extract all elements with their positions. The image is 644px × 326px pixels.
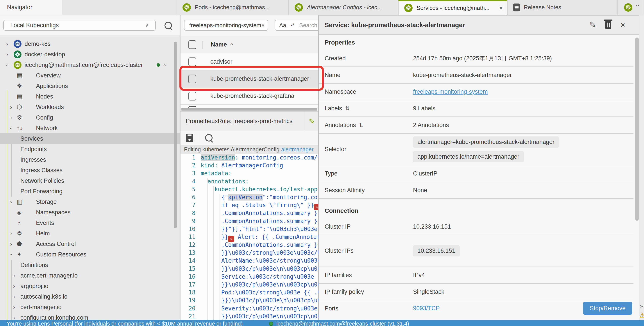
sidebar-item-acme-cert-manager-io[interactable]: ›acme.cert-manager.io bbox=[0, 270, 180, 281]
sidebar-item-applications[interactable]: ❖Applications bbox=[0, 81, 180, 91]
stop-remove-button[interactable]: Stop/Remove bbox=[583, 302, 632, 315]
sort-arrows-icon[interactable]: ⇅ bbox=[359, 122, 364, 128]
port-link[interactable]: 9093/TCP bbox=[413, 305, 440, 312]
sidebar-item-events[interactable]: ◔Events bbox=[0, 218, 180, 228]
sidebar-item-config[interactable]: ›⚙Config bbox=[0, 112, 180, 123]
tab-release[interactable]: Release Notes bbox=[507, 0, 618, 15]
sort-arrows-icon[interactable]: ⇅ bbox=[345, 105, 350, 112]
line-text: metadata: bbox=[201, 169, 232, 177]
chevron-right-icon[interactable]: › bbox=[6, 40, 8, 48]
panel-scrollbar[interactable] bbox=[635, 38, 639, 221]
sidebar-item-custom-resources[interactable]: ›✦Custom Resources bbox=[0, 249, 180, 260]
sidebar-item-workloads[interactable]: ›⬡Workloads bbox=[0, 102, 180, 112]
chevron-right-icon[interactable]: › bbox=[164, 62, 166, 68]
sidebar-item-network-policies[interactable]: Network Policies bbox=[0, 176, 180, 186]
code-line: 1apiVersion: monitoring.coreos.com/v1 bbox=[180, 154, 318, 162]
sidebar-item-services[interactable]: Services bbox=[0, 134, 180, 144]
sidebar-item-docker-desktop[interactable]: ›docker-desktop bbox=[0, 49, 180, 60]
chevron-right-icon[interactable]: › bbox=[13, 283, 15, 290]
sort-asc-icon[interactable]: ^ bbox=[230, 42, 233, 48]
warning-icon[interactable]: ⚠ bbox=[640, 311, 644, 319]
detail-value: None bbox=[413, 187, 634, 194]
yaml-editor[interactable]: 1apiVersion: monitoring.coreos.com/v12ki… bbox=[180, 154, 318, 320]
list-search-input[interactable]: Aa ▪* Search bbox=[275, 20, 321, 31]
match-case-icon[interactable]: Aa bbox=[279, 22, 286, 29]
chevron-right-icon[interactable]: › bbox=[13, 314, 15, 320]
cut-icon[interactable]: ✂ bbox=[640, 304, 644, 310]
network-icon: ↑↓ bbox=[17, 125, 23, 131]
delete-service-icon[interactable] bbox=[605, 21, 611, 29]
namespace-select[interactable]: freeleaps-monitoring-system ∨ bbox=[184, 20, 268, 31]
detail-label: Cluster IPs bbox=[325, 248, 413, 254]
horizontal-scrollbar[interactable] bbox=[181, 108, 317, 110]
sidebar-item-port-forwarding[interactable]: Port Forwarding bbox=[0, 186, 180, 196]
sidebar-item-network[interactable]: ›↑↓Network bbox=[0, 123, 180, 134]
sidebar-item-nodes[interactable]: ▤Nodes bbox=[0, 91, 180, 102]
chevron-right-icon[interactable]: › bbox=[13, 272, 15, 279]
tab-pods[interactable]: Pods - icecheng@mathmas... bbox=[176, 0, 289, 15]
chevron-right-icon[interactable]: › bbox=[6, 51, 8, 58]
namespace-link[interactable]: freeleaps-monitoring-system bbox=[413, 88, 634, 95]
sidebar-scrollbar[interactable] bbox=[174, 42, 177, 228]
column-header-name[interactable]: Name bbox=[211, 41, 227, 48]
prometheusrule-bar[interactable]: PrometheusRule: freepeals-prod-metrics ✎ bbox=[180, 112, 318, 131]
license-message: You're using Lens Personal (for individu… bbox=[6, 320, 242, 326]
row-checkbox[interactable] bbox=[188, 92, 196, 100]
regex-icon[interactable]: ▪* bbox=[291, 22, 295, 29]
sidebar-item-demo-k8s[interactable]: ›demo-k8s bbox=[0, 38, 180, 49]
edit-pencil-icon[interactable]: ✎ bbox=[309, 117, 315, 126]
sidebar-item-helm[interactable]: ›☸Helm bbox=[0, 228, 180, 239]
chevron-down-icon[interactable]: › bbox=[8, 254, 14, 256]
chevron-right-icon[interactable]: › bbox=[10, 230, 12, 237]
search-icon[interactable] bbox=[164, 22, 172, 29]
tab-clipped[interactable] bbox=[618, 0, 644, 15]
tab-services[interactable]: Services - icecheng@math...× bbox=[398, 0, 507, 15]
sidebar-item-storage[interactable]: ›▥Storage bbox=[0, 196, 180, 207]
sidebar-item-autoscaling-k8s-io[interactable]: ›autoscaling.k8s.io bbox=[0, 291, 180, 302]
line-text: .CommonAnnotations.summary }} bbox=[201, 217, 318, 225]
tab-alertmanager[interactable]: Alertmanager Configs - icec... bbox=[289, 0, 398, 15]
editing-banner-link[interactable]: alertmanager bbox=[281, 146, 314, 153]
kubernetes-icon bbox=[624, 3, 632, 12]
sidebar-item-argoproj-io[interactable]: ›argoproj.io bbox=[0, 281, 180, 291]
code-line: 13 }}\u003c/strong\u003e\u003c/h3 bbox=[180, 249, 318, 257]
chevron-down-icon[interactable]: › bbox=[4, 64, 10, 66]
line-text: }}\u003c/p\u003e\n\u003cp\u003 bbox=[201, 312, 318, 320]
line-number: 6 bbox=[180, 193, 201, 201]
sidebar-item-definitions[interactable]: Definitions bbox=[0, 260, 180, 270]
sidebar-item-ingresses[interactable]: Ingresses bbox=[0, 154, 180, 165]
select-all-checkbox[interactable] bbox=[188, 40, 196, 49]
line-number: 16 bbox=[180, 273, 201, 280]
row-checkbox[interactable] bbox=[188, 74, 196, 83]
sidebar-item-cert-manager-io[interactable]: ›cert-manager.io bbox=[0, 302, 180, 312]
tab-overflow-dots[interactable]: ‥ bbox=[636, 0, 640, 7]
sidebar-item-namespaces[interactable]: ◈Namespaces bbox=[0, 207, 180, 218]
detail-label: Cluster IP bbox=[325, 223, 413, 230]
row-checkbox[interactable] bbox=[188, 58, 196, 66]
chevron-right-icon[interactable]: › bbox=[13, 293, 15, 300]
table-row-kube-prometheus-stack-alertmanager[interactable]: kube-prometheus-stack-alertmanager bbox=[180, 70, 318, 88]
sidebar-item-configuration-konghq-com[interactable]: ›configuration.konghq.com bbox=[0, 312, 180, 320]
edit-service-icon[interactable]: ✎ bbox=[590, 20, 596, 30]
chevron-right-icon[interactable]: › bbox=[10, 241, 12, 248]
table-row-cadvisor[interactable]: cadvisor bbox=[180, 53, 318, 70]
sidebar-item-icecheng-mathmast-com-freeleaps-cluster[interactable]: ›icecheng@mathmast.com@freeleaps-cluster… bbox=[0, 60, 180, 70]
sidebar-item-overview[interactable]: ▦Overview bbox=[0, 70, 180, 81]
close-icon[interactable]: × bbox=[499, 4, 503, 12]
line-text: AlertName:\u003c/strong\u003e bbox=[201, 257, 318, 264]
detail-row-selector: Selectoralertmanager=kube-prometheus-sta… bbox=[319, 134, 634, 166]
sidebar-item-access-control[interactable]: ›⬟Access Control bbox=[0, 239, 180, 249]
chevron-down-icon[interactable]: › bbox=[8, 127, 14, 129]
chevron-right-icon[interactable]: › bbox=[13, 304, 15, 311]
cluster-status[interactable]: icecheng@mathmast.com@freeleaps-cluster … bbox=[269, 320, 409, 326]
table-row-kube-prometheus-stack-grafana[interactable]: kube-prometheus-stack-grafana bbox=[180, 88, 318, 105]
chevron-right-icon[interactable]: › bbox=[10, 104, 12, 110]
chevron-right-icon[interactable]: › bbox=[10, 198, 12, 205]
kubeconfig-select[interactable]: Local Kubeconfigs ∨ bbox=[3, 20, 156, 31]
save-icon[interactable] bbox=[186, 134, 193, 142]
sidebar-item-ingress-classes[interactable]: Ingress Classes bbox=[0, 165, 180, 176]
sidebar-item-endpoints[interactable]: Endpoints bbox=[0, 144, 180, 154]
editor-search-icon[interactable] bbox=[205, 134, 212, 142]
chevron-right-icon[interactable]: › bbox=[10, 114, 12, 121]
close-icon[interactable]: × bbox=[620, 20, 625, 30]
